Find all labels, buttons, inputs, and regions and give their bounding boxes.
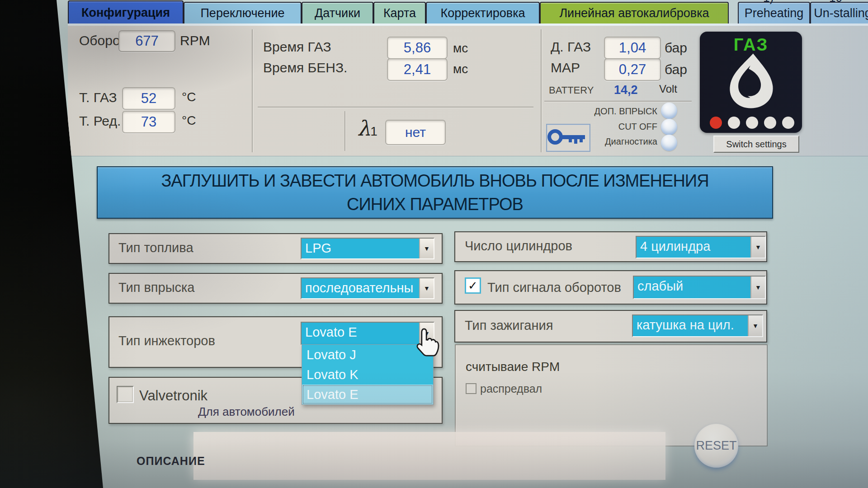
tab-preheating[interactable]: Preheating — [738, 2, 810, 23]
app-screen: Конфигурация Переключение Датчики Карта … — [0, 0, 868, 488]
status-dot — [746, 117, 758, 129]
rpm-reading-title: считываие RPM — [466, 360, 560, 374]
chevron-down-icon[interactable]: ▼ — [748, 315, 762, 336]
time-benz-label: Время БЕНЗ. — [263, 60, 347, 75]
tab-switching[interactable]: Переключение — [184, 2, 302, 23]
extra-injection-lamp — [661, 103, 677, 119]
status-dot — [782, 117, 794, 129]
cropped-text-fragment: 1) — [763, 0, 790, 5]
tab-map[interactable]: Карта — [373, 2, 426, 23]
diagnostics-lamp — [661, 135, 677, 151]
divider — [541, 29, 542, 152]
injector-type-value: Lovato E — [302, 323, 419, 344]
description-label: ОПИСАНИЕ — [137, 455, 205, 468]
rpm-signal-checkbox[interactable]: ✓ — [465, 277, 481, 294]
reset-button[interactable]: RESET — [694, 424, 738, 468]
fuel-type-value: LPG — [302, 239, 419, 258]
t-red-value: 73 — [122, 111, 175, 133]
t-red-label: Т. Ред. — [79, 113, 121, 129]
time-benz-value: 2,41 — [387, 58, 448, 81]
tab-bar: Конфигурация Переключение Датчики Карта … — [0, 0, 868, 25]
fuel-type-label: Тип топлива — [118, 240, 193, 255]
dropdown-option[interactable]: Lovato K — [302, 365, 433, 385]
divider — [344, 111, 345, 151]
tab-sensors[interactable]: Датчики — [302, 2, 373, 23]
status-dot — [764, 117, 776, 129]
rpm-signal-dropdown[interactable]: слабый ▼ — [633, 276, 766, 299]
ignition-dropdown[interactable]: катушка на цил. ▼ — [632, 314, 763, 337]
time-gas-value: 5,86 — [387, 37, 448, 59]
gas-logo-title: ГАЗ — [700, 35, 802, 55]
gas-status-panel: ГАЗ — [700, 32, 802, 133]
key-icon — [546, 124, 590, 152]
dropdown-option[interactable]: Lovato E — [302, 385, 433, 404]
lambda-label: λ1 — [357, 116, 377, 141]
t-gas-label: Т. ГАЗ — [79, 90, 117, 105]
dropdown-option[interactable]: Lovato J — [302, 345, 433, 365]
camshaft-checkbox[interactable] — [466, 383, 476, 394]
cropped-text-fragment: 10 — [829, 0, 856, 5]
fuel-type-dropdown[interactable]: LPG ▼ — [301, 238, 434, 259]
gas-drop-logo-icon — [723, 52, 778, 115]
camshaft-label: распредвал — [480, 382, 542, 395]
time-gas-label: Время ГАЗ — [263, 39, 331, 55]
battery-unit: Volt — [659, 83, 677, 95]
chevron-down-icon[interactable]: ▼ — [419, 278, 434, 298]
t-gas-value: 52 — [122, 87, 175, 110]
tab-correction[interactable]: Корректировка — [426, 2, 540, 23]
status-dot — [728, 117, 740, 129]
injector-type-dropdown[interactable]: Lovato E ▼ — [301, 322, 434, 345]
tab-configuration[interactable]: Конфигурация — [68, 0, 184, 24]
valvetronik-note: Для автомобилей — [198, 405, 295, 419]
chevron-down-icon[interactable]: ▼ — [419, 239, 434, 258]
lambda-value: нет — [385, 120, 446, 145]
divider — [544, 101, 692, 102]
divider — [252, 29, 253, 152]
status-dot-red — [710, 117, 722, 129]
cutoff-lamp — [661, 119, 677, 135]
description-input[interactable] — [193, 432, 665, 480]
t-gas-unit: °C — [182, 90, 196, 104]
map-label: MAP — [551, 60, 580, 75]
rpm-signal-value: слабый — [634, 277, 750, 298]
rpm-unit: RPM — [180, 33, 210, 48]
battery-value: 14,2 — [614, 83, 638, 97]
map-unit: бар — [665, 62, 687, 77]
d-gas-value: 1,04 — [604, 37, 661, 59]
cylinders-value: 4 цилиндра — [637, 237, 750, 258]
time-gas-unit: мс — [453, 41, 468, 56]
d-gas-unit: бар — [665, 40, 687, 56]
tab-un-stalling[interactable]: Un-stalling — [810, 2, 868, 23]
hand-cursor-icon — [415, 327, 440, 360]
injector-type-label: Тип инжекторов — [118, 333, 215, 348]
battery-label: BATTERY — [549, 84, 594, 96]
chevron-down-icon[interactable]: ▼ — [750, 277, 765, 298]
warning-banner: ЗАГЛУШИТЬ И ЗАВЕСТИ АВТОМОБИЛЬ ВНОВЬ ПОС… — [97, 166, 773, 219]
divider — [258, 107, 533, 108]
ignition-label: Тип зажигания — [465, 318, 553, 333]
warning-line2: СИНИХ ПАРАМЕТРОВ — [347, 192, 523, 216]
extra-injection-label: ДОП. ВПРЫСК — [562, 106, 657, 117]
t-red-unit: °C — [182, 113, 196, 128]
injection-type-value: последовательны — [302, 278, 419, 298]
injection-type-label: Тип впрыска — [118, 280, 194, 295]
valvetronik-checkbox[interactable] — [117, 386, 134, 403]
cylinders-label: Число цилиндров — [465, 239, 572, 253]
valvetronik-label: Valvetronik — [139, 388, 208, 404]
photo-bezel: Конфигурация Переключение Датчики Карта … — [0, 0, 868, 488]
cylinders-dropdown[interactable]: 4 цилиндра ▼ — [636, 236, 766, 258]
time-benz-unit: мс — [453, 62, 468, 76]
switch-settings-button[interactable]: Switch settings — [713, 136, 799, 153]
chevron-down-icon[interactable]: ▼ — [750, 237, 765, 258]
map-value: 0,27 — [604, 58, 661, 81]
injector-type-options-list: Lovato J Lovato K Lovato E — [302, 344, 434, 405]
injection-type-dropdown[interactable]: последовательны ▼ — [301, 277, 434, 299]
rpm-value: 677 — [118, 30, 175, 52]
warning-line1: ЗАГЛУШИТЬ И ЗАВЕСТИ АВТОМОБИЛЬ ВНОВЬ ПОС… — [161, 169, 708, 192]
tab-linear-autocalibration[interactable]: Линейная автокалибровка — [540, 2, 729, 23]
rpm-signal-label: Тип сигнала оборотов — [487, 280, 621, 295]
d-gas-label: Д. ГАЗ — [551, 39, 591, 55]
ignition-value: катушка на цил. — [633, 315, 748, 336]
